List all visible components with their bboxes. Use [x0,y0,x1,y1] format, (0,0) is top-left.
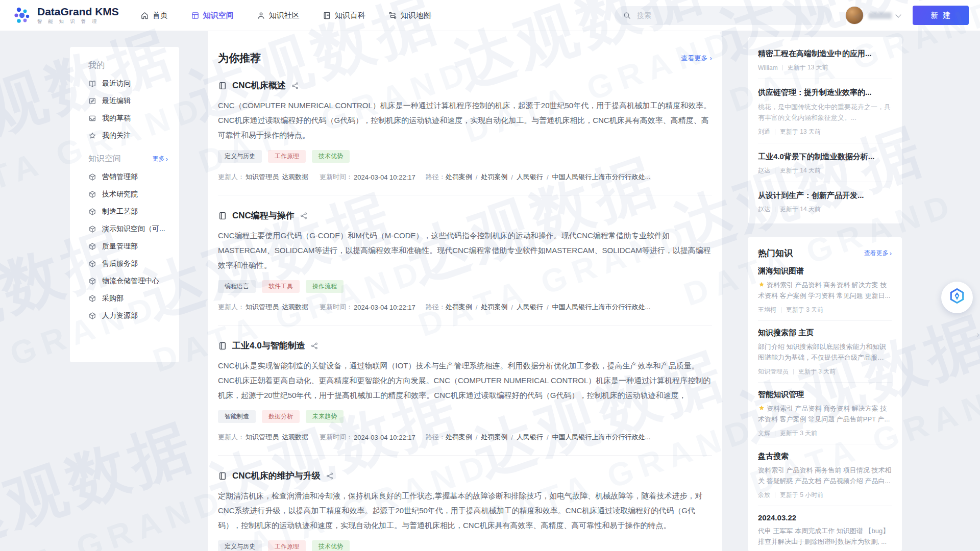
cube-icon [88,312,96,320]
hot-item[interactable]: 盘古搜索 资料索引 产品资料 商务售前 项目情况 技术相关 答疑解惑 产品文档 … [758,444,892,506]
tag-chip[interactable]: 编程语言 [218,280,256,293]
document-icon [218,471,227,481]
path-link[interactable]: 中国人民银行上海市分行行政处... [552,433,651,442]
article-summary: CNC（COMPUTER NUMERICAL CONTROL）机床是一种通过计算… [218,98,712,142]
space-item[interactable]: 人力资源部 [70,307,179,324]
nav-item-label: 知识百科 [335,11,365,20]
space-item[interactable]: 营销管理部 [70,168,179,186]
tag-chip[interactable]: 软件工具 [262,280,300,293]
space-more-link[interactable]: 更多 [153,155,168,163]
hot-knowledge-panel: 热门知识 查看更多 渊海知识图谱 资料索引 产品资料 商务资料 解决方案 技术资… [748,237,902,551]
tag-chip[interactable]: 工作原理 [268,150,306,163]
nav-item-knowledge-map[interactable]: 知识地图 [388,11,431,20]
avatar[interactable] [845,6,864,24]
hot-item[interactable]: 渊海知识图谱 资料索引 产品资料 商务资料 解决方案 技术资料 客户案例 学习资… [758,259,892,321]
nav-item-home[interactable]: 首页 [140,11,168,20]
brand-subtitle: 智 能 知 识 管 理 [37,18,119,25]
path-link[interactable]: 人民银行 [517,303,543,312]
assistant-icon [948,287,966,308]
nav-item-knowledge-community[interactable]: 知识社区 [257,11,300,20]
article-title[interactable]: CNC编程与操作 [232,210,295,221]
global-search[interactable] [615,6,832,25]
article-title[interactable]: CNC机床的维护与升级 [232,470,321,482]
path-link[interactable]: 人民银行 [517,433,543,442]
recommend-item[interactable]: 从设计到生产：创新产品开发... 赵达 更新于 14 天前 [758,182,892,220]
tag-chip[interactable]: 技术优势 [312,150,350,163]
updated-time: 更新于 13 天前 [788,63,828,72]
article-title[interactable]: 工业4.0与智能制造 [232,340,305,352]
space-item[interactable]: 技术研究院 [70,186,179,203]
brand-logo[interactable]: DataGrand KMS 智 能 知 识 管 理 [12,5,119,26]
share-icon[interactable] [300,212,308,220]
path-link[interactable]: 处罚案例 [446,303,472,312]
tag-chip[interactable]: 操作流程 [306,280,344,293]
tag-chip[interactable]: 未来趋势 [306,410,344,423]
hot-more-link[interactable]: 查看更多 [864,249,892,258]
sidebar-item-recent-visit[interactable]: 最近访问 [70,75,179,92]
brand-title: DataGrand KMS [37,6,119,17]
share-icon[interactable] [291,82,299,90]
nav-item-knowledge-wiki[interactable]: 知识百科 [323,11,365,20]
watermark-cn: 达观数据 [0,405,206,551]
nav-item-knowledge-space[interactable]: 知识空间 [191,11,234,20]
article-title[interactable]: CNC机床概述 [232,80,286,91]
search-input[interactable] [636,11,824,20]
path-link[interactable]: 处罚案例 [446,172,472,182]
hot-list: 渊海知识图谱 资料索引 产品资料 商务资料 解决方案 技术资料 客户案例 学习资… [758,259,892,551]
document-icon [218,81,227,90]
path-separator: / [476,304,478,311]
cube-icon [88,190,96,198]
sidebar-item-label: 我的关注 [102,131,131,140]
edge-expand-icon[interactable] [976,330,979,340]
main-header: 为你推荐 查看更多 [218,51,712,65]
assistant-button[interactable] [941,282,973,313]
hot-item[interactable]: 2024.03.22 代申 王军军 本周完成工作 知识图谱 【bug】排查并解决… [758,506,892,551]
user-menu[interactable] [845,6,900,24]
divider [775,431,775,436]
recommend-item[interactable]: 供应链管理：提升制造业效率的... 桃花，是中国传统文化中的重要花卉之一，具有丰… [758,79,892,143]
space-item[interactable]: 质量管理部 [70,238,179,255]
space-item[interactable]: 售后服务部 [70,255,179,272]
document-icon [218,341,227,350]
author-name: 王增柯 [758,306,776,314]
divider [782,65,783,70]
cube-icon [88,277,96,285]
updater-label: 更新人： [218,303,244,312]
recommend-item[interactable]: 工业4.0背景下的制造业数据分析... 赵达 更新于 14 天前 [758,143,892,182]
tag-chip[interactable]: 技术优势 [312,540,350,551]
hot-item[interactable]: 知识搜索部 主页 部门介绍 知识搜索部以底层搜索能力和知识图谱能力为基础，不仅提… [758,321,892,383]
tag-chip[interactable]: 定义与历史 [218,540,262,551]
tag-chip[interactable]: 智能制造 [218,410,256,423]
article-head: CNC机床的维护与升级 [218,470,712,482]
path-link[interactable]: 处罚案例 [481,172,507,182]
path-link[interactable]: 中国人民银行上海市分行行政处... [552,303,651,312]
update-time: 2024-03-04 10:22:17 [354,434,415,441]
space-item[interactable]: 演示知识空间（可... [70,220,179,238]
tag-chip[interactable]: 数据分析 [262,410,300,423]
space-item[interactable]: 制造工艺部 [70,203,179,220]
path-link[interactable]: 处罚案例 [481,303,507,312]
space-icon [191,11,200,20]
recommend-item[interactable]: 精密工程在高端制造业中的应用... William 更新于 13 天前 [758,40,892,79]
tag-chip[interactable]: 定义与历史 [218,150,262,163]
sidebar-item-recent-edit[interactable]: 最近编辑 [70,92,179,110]
path-link[interactable]: 处罚案例 [446,433,472,442]
divider [775,168,775,173]
sidebar-item-my-drafts[interactable]: 我的草稿 [70,110,179,127]
author-name: 知识管理员 [758,367,789,376]
space-item[interactable]: 采购部 [70,290,179,307]
hot-item[interactable]: 智能知识管理 资料索引 产品资料 商务资料 解决方案 技术资料 客户案例 常见问… [758,383,892,444]
hot-item-title: 知识搜索部 主页 [758,328,892,338]
path-link[interactable]: 处罚案例 [481,433,507,442]
share-icon[interactable] [310,342,318,350]
sidebar-item-my-follows[interactable]: 我的关注 [70,127,179,144]
path-separator: / [476,434,478,441]
path-separator: / [511,434,513,441]
tag-chip[interactable]: 工作原理 [268,540,306,551]
path-link[interactable]: 中国人民银行上海市分行行政处... [552,172,651,182]
share-icon[interactable] [326,472,334,480]
view-more-link[interactable]: 查看更多 [681,54,712,63]
space-item[interactable]: 物流仓储管理中心 [70,272,179,290]
path-link[interactable]: 人民银行 [517,172,543,182]
new-button[interactable]: 新建 [913,6,969,25]
